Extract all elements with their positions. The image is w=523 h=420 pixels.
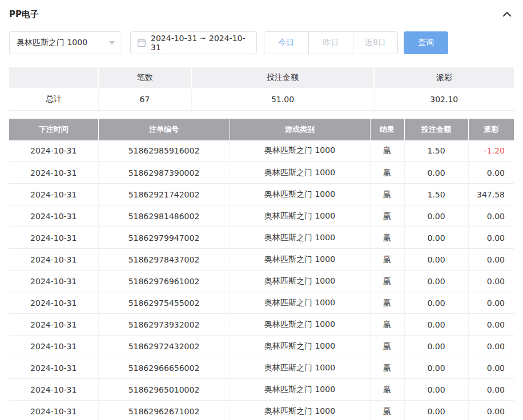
table-row: 2024-10-3151862985916002奥林匹斯之门 1000赢1.50…	[9, 140, 514, 162]
cell-payout: 0.00	[468, 227, 514, 249]
cell-time: 2024-10-31	[9, 227, 98, 249]
cell-time: 2024-10-31	[9, 336, 98, 357]
cell-order: 51862965010002	[98, 379, 230, 401]
date-range-picker[interactable]: 2024-10-31 ~ 2024-10-31	[130, 31, 257, 54]
cell-amount: 0.00	[404, 401, 468, 420]
cell-result: 赢	[370, 401, 404, 420]
cell-result: 赢	[370, 184, 404, 205]
cell-order: 51862972432002	[98, 336, 230, 357]
cell-result: 赢	[370, 314, 404, 336]
quick-filter-today[interactable]: 今日	[264, 31, 309, 54]
summary-header-cell: 笔数	[98, 67, 191, 88]
cell-order: 51862978437002	[98, 249, 230, 270]
cell-game: 奥林匹斯之门 1000	[230, 292, 370, 314]
cell-time: 2024-10-31	[9, 140, 98, 162]
cell-game: 奥林匹斯之门 1000	[230, 314, 370, 336]
cell-game: 奥林匹斯之门 1000	[230, 140, 370, 162]
cell-game: 奥林匹斯之门 1000	[230, 270, 370, 292]
cell-time: 2024-10-31	[9, 205, 98, 227]
detail-header-cell: 注单编号	[98, 119, 230, 140]
cell-result: 赢	[370, 292, 404, 314]
cell-payout: 0.00	[468, 162, 514, 184]
game-select[interactable]: 奥林匹斯之门 1000	[9, 31, 122, 54]
cell-order: 51862973932002	[98, 314, 230, 336]
cell-game: 奥林匹斯之门 1000	[230, 205, 370, 227]
cell-time: 2024-10-31	[9, 249, 98, 270]
cell-payout: 0.00	[468, 270, 514, 292]
cell-amount: 0.00	[404, 227, 468, 249]
cell-payout: 0.00	[468, 336, 514, 357]
table-row: 2024-10-3151862978437002奥林匹斯之门 1000赢0.00…	[9, 249, 514, 270]
cell-order: 51862985916002	[98, 140, 230, 162]
summary-header-cell	[9, 67, 98, 88]
page-title: PP电子	[9, 9, 39, 20]
cell-time: 2024-10-31	[9, 357, 98, 379]
cell-amount: 0.00	[404, 249, 468, 270]
cell-amount: 0.00	[404, 379, 468, 401]
calendar-icon	[137, 38, 146, 47]
cell-order: 51862979947002	[98, 227, 230, 249]
quick-filter-last-8-days[interactable]: 近8日	[353, 31, 398, 54]
cell-order: 51862921742002	[98, 184, 230, 205]
table-row: 2024-10-3151862921742002奥林匹斯之门 1000赢1.50…	[9, 184, 514, 205]
cell-time: 2024-10-31	[9, 270, 98, 292]
cell-amount: 0.00	[404, 336, 468, 357]
cell-result: 赢	[370, 270, 404, 292]
table-row: 2024-10-3151862966656002奥林匹斯之门 1000赢0.00…	[9, 357, 514, 379]
cell-payout: 0.00	[468, 379, 514, 401]
detail-header-cell: 下注时间	[9, 119, 98, 140]
cell-game: 奥林匹斯之门 1000	[230, 227, 370, 249]
collapse-button[interactable]	[500, 9, 514, 19]
detail-header-row: 下注时间注单编号游戏类别结果投注金额派彩	[9, 119, 514, 140]
cell-game: 奥林匹斯之门 1000	[230, 249, 370, 270]
summary-table: 笔数投注金额派彩 总计 67 51.00 302.10	[9, 67, 514, 111]
quick-filter-group: 今日昨日近8日	[264, 31, 398, 54]
summary-bet-amount: 51.00	[191, 88, 374, 110]
cell-amount: 0.00	[404, 270, 468, 292]
game-select-value: 奥林匹斯之门 1000	[17, 38, 87, 48]
cell-result: 赢	[370, 357, 404, 379]
table-row: 2024-10-3151862975455002奥林匹斯之门 1000赢0.00…	[9, 292, 514, 314]
detail-header-cell: 结果	[370, 119, 404, 140]
cell-order: 51862987390002	[98, 162, 230, 184]
summary-payout: 302.10	[374, 88, 514, 110]
table-row: 2024-10-3151862965010002奥林匹斯之门 1000赢0.00…	[9, 379, 514, 401]
table-row: 2024-10-3151862987390002奥林匹斯之门 1000赢0.00…	[9, 162, 514, 184]
cell-amount: 0.00	[404, 205, 468, 227]
filter-row: 奥林匹斯之门 1000 2024-10-31 ~ 2024-10-31 今日昨日…	[9, 31, 514, 54]
cell-order: 51862975455002	[98, 292, 230, 314]
cell-payout: 0.00	[468, 249, 514, 270]
cell-amount: 0.00	[404, 357, 468, 379]
cell-game: 奥林匹斯之门 1000	[230, 357, 370, 379]
cell-result: 赢	[370, 336, 404, 357]
cell-amount: 1.50	[404, 184, 468, 205]
cell-order: 51862966656002	[98, 357, 230, 379]
cell-payout: 0.00	[468, 314, 514, 336]
cell-game: 奥林匹斯之门 1000	[230, 162, 370, 184]
chevron-up-icon	[502, 11, 512, 17]
detail-table-body: 2024-10-3151862985916002奥林匹斯之门 1000赢1.50…	[9, 140, 514, 420]
table-row: 2024-10-3151862973932002奥林匹斯之门 1000赢0.00…	[9, 314, 514, 336]
summary-total-label: 总计	[9, 88, 98, 110]
cell-order: 51862976961002	[98, 270, 230, 292]
summary-header-cell: 投注金额	[191, 67, 374, 88]
cell-game: 奥林匹斯之门 1000	[230, 379, 370, 401]
table-row: 2024-10-3151862981486002奥林匹斯之门 1000赢0.00…	[9, 205, 514, 227]
cell-time: 2024-10-31	[9, 162, 98, 184]
cell-time: 2024-10-31	[9, 379, 98, 401]
panel-header: PP电子	[9, 0, 514, 29]
table-row: 2024-10-3151862972432002奥林匹斯之门 1000赢0.00…	[9, 336, 514, 357]
cell-game: 奥林匹斯之门 1000	[230, 184, 370, 205]
cell-time: 2024-10-31	[9, 401, 98, 420]
cell-amount: 0.00	[404, 162, 468, 184]
cell-payout: 0.00	[468, 401, 514, 420]
cell-result: 赢	[370, 162, 404, 184]
search-button[interactable]: 查询	[404, 31, 448, 54]
cell-payout: 347.58	[468, 184, 514, 205]
quick-filter-yesterday[interactable]: 昨日	[308, 31, 353, 54]
cell-amount: 0.00	[404, 292, 468, 314]
table-row: 2024-10-3151862962671002奥林匹斯之门 1000赢0.00…	[9, 401, 514, 420]
chevron-down-icon	[109, 41, 115, 45]
summary-header-cell: 派彩	[374, 67, 514, 88]
cell-time: 2024-10-31	[9, 184, 98, 205]
